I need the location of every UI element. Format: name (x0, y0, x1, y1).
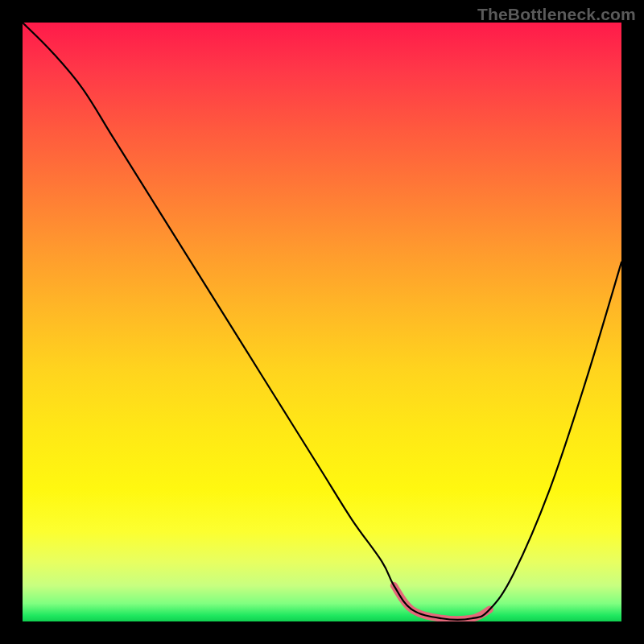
plot-area (23, 23, 621, 621)
bottleneck-curve (23, 23, 621, 620)
curve-layer (23, 23, 621, 621)
watermark-text: TheBottleneck.com (477, 5, 636, 24)
bottleneck-chart: TheBottleneck.com (0, 0, 644, 644)
optimal-range-highlight (394, 585, 489, 619)
